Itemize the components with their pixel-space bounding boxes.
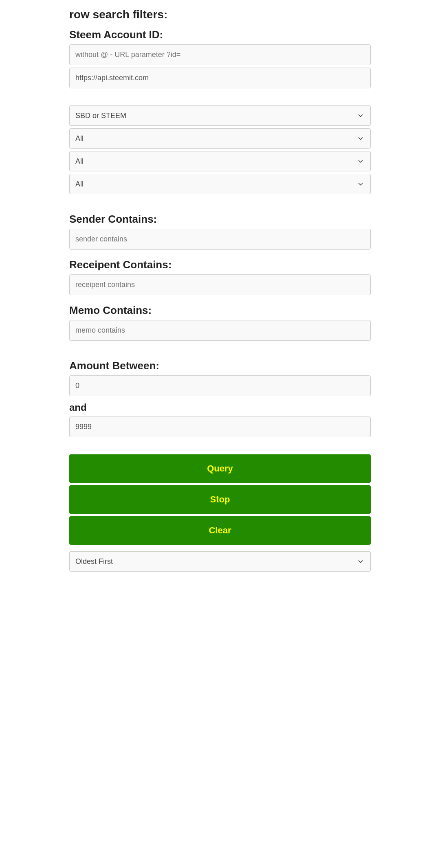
amount-section: Amount Between: and: [69, 359, 371, 440]
amount-min-input[interactable]: [69, 375, 371, 396]
and-label: and: [69, 402, 371, 413]
dropdowns-section: SBD or STEEM SBD STEEM All All All: [69, 105, 371, 197]
stop-button[interactable]: Stop: [69, 485, 371, 514]
memo-section: Memo Contains:: [69, 304, 371, 343]
filter3-select[interactable]: All: [69, 174, 371, 194]
steem-account-section: Steem Account ID:: [69, 28, 371, 91]
sort-select[interactable]: Oldest First Newest First: [69, 551, 371, 572]
query-button[interactable]: Query: [69, 454, 371, 483]
recipient-label: Receipent Contains:: [69, 259, 371, 271]
steem-account-input[interactable]: [69, 44, 371, 65]
filter1-select[interactable]: All: [69, 128, 371, 149]
filter2-select[interactable]: All: [69, 151, 371, 171]
memo-label: Memo Contains:: [69, 304, 371, 317]
amount-max-input[interactable]: [69, 416, 371, 437]
recipient-section: Receipent Contains:: [69, 259, 371, 298]
sender-label: Sender Contains:: [69, 213, 371, 226]
sort-section: Oldest First Newest First: [69, 551, 371, 574]
amount-label: Amount Between:: [69, 359, 371, 372]
api-url-input[interactable]: [69, 68, 371, 88]
recipient-input[interactable]: [69, 274, 371, 295]
action-buttons: Query Stop Clear: [69, 454, 371, 547]
clear-button[interactable]: Clear: [69, 516, 371, 545]
memo-input[interactable]: [69, 320, 371, 341]
currency-select[interactable]: SBD or STEEM SBD STEEM: [69, 105, 371, 126]
sender-section: Sender Contains:: [69, 213, 371, 252]
steem-account-label: Steem Account ID:: [69, 28, 371, 41]
sender-input[interactable]: [69, 229, 371, 250]
page-title-partial: row search filters:: [69, 8, 371, 21]
